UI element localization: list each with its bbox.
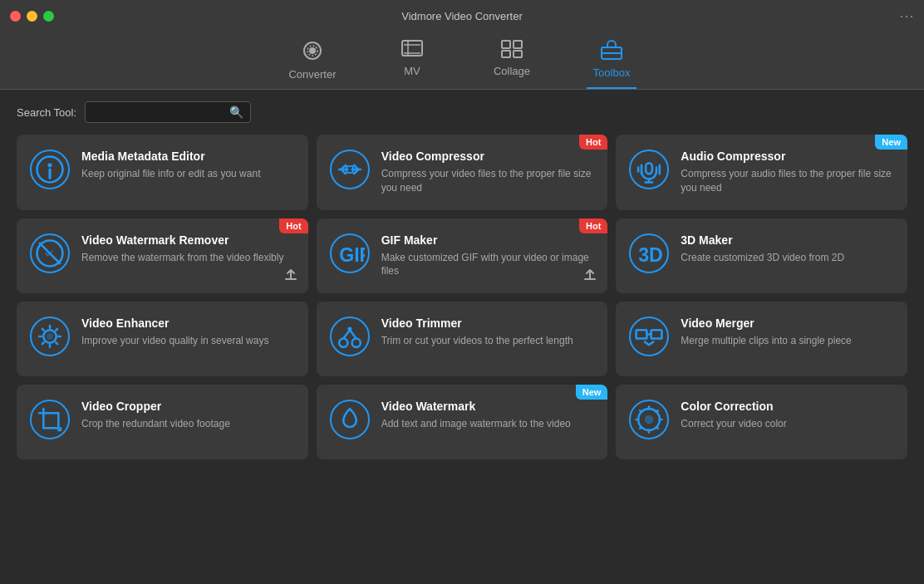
svg-rect-35 [651, 330, 662, 338]
tool-desc-color-correction: Correct your video color [681, 417, 894, 431]
tool-info-video-compressor: Video CompressorCompress your video file… [381, 150, 595, 195]
svg-text:3D: 3D [638, 244, 663, 266]
tool-desc-video-compressor: Compress your video files to the proper … [381, 167, 595, 195]
svg-text:GIF: GIF [339, 244, 365, 266]
tool-desc-video-enhancer: Improve your video quality in several wa… [81, 334, 295, 348]
converter-nav-icon [302, 40, 323, 65]
tool-icon-video-merger [629, 317, 669, 356]
tool-icon-gif-maker: GIF [330, 233, 370, 273]
badge-gif-maker: Hot [579, 218, 607, 233]
svg-rect-34 [636, 330, 647, 338]
tool-desc-video-merger: Merge multiple clips into a single piece [681, 334, 894, 348]
tool-desc-3d-maker: Create customized 3D video from 2D [681, 251, 894, 265]
tool-name-video-watermark-remover: Video Watermark Remover [81, 233, 295, 247]
tool-icon-video-compressor [330, 150, 370, 189]
toolbox-nav-icon [600, 40, 623, 63]
tool-card-video-enhancer[interactable]: Video EnhancerImprove your video quality… [17, 302, 308, 376]
tool-card-video-compressor[interactable]: Hot Video CompressorCompress your video … [317, 135, 608, 210]
tool-card-color-correction[interactable]: Color CorrectionCorrect your video color [616, 385, 907, 459]
svg-line-48 [656, 410, 658, 412]
tool-card-video-trimmer[interactable]: Video TrimmerTrim or cut your videos to … [317, 302, 608, 376]
tool-desc-audio-compressor: Compress your audio files to the proper … [681, 167, 894, 195]
tool-desc-video-watermark: Add text and image watermark to the vide… [381, 417, 595, 431]
tool-info-color-correction: Color CorrectionCorrect your video color [681, 400, 894, 431]
tool-info-3d-maker: 3D MakerCreate customized 3D video from … [681, 233, 894, 265]
upload-arrow-gif-maker [582, 267, 597, 285]
nav-item-mv[interactable]: MV [387, 40, 437, 89]
tool-info-audio-compressor: Audio CompressorCompress your audio file… [681, 150, 894, 195]
tool-name-video-trimmer: Video Trimmer [381, 317, 595, 330]
collage-nav-label: Collage [494, 65, 530, 77]
svg-rect-4 [502, 41, 510, 48]
tool-info-video-merger: Video MergerMerge multiple clips into a … [681, 317, 894, 348]
svg-point-50 [645, 415, 653, 424]
search-input-wrap: 🔍 [85, 101, 251, 123]
tool-info-video-cropper: Video CropperCrop the redundant video fo… [81, 400, 295, 431]
tool-icon-video-watermark [330, 400, 370, 439]
tool-card-3d-maker[interactable]: 3D3D MakerCreate customized 3D video fro… [616, 218, 907, 294]
tool-info-video-trimmer: Video TrimmerTrim or cut your videos to … [381, 317, 595, 348]
tool-info-gif-maker: GIF MakerMake customized GIF with your v… [381, 233, 595, 279]
search-input[interactable] [92, 106, 229, 119]
nav-item-toolbox[interactable]: Toolbox [587, 40, 636, 89]
tool-card-video-cropper[interactable]: Video CropperCrop the redundant video fo… [17, 385, 308, 459]
tool-info-video-watermark: Video WatermarkAdd text and image waterm… [381, 400, 595, 431]
tool-name-color-correction: Color Correction [681, 400, 894, 413]
tool-name-video-compressor: Video Compressor [381, 150, 595, 163]
tool-desc-gif-maker: Make customized GIF with your video or i… [381, 251, 595, 279]
converter-nav-label: Converter [288, 68, 336, 81]
nav-item-converter[interactable]: Converter [288, 40, 337, 89]
tool-desc-video-watermark-remover: Remove the watermark from the video flex… [81, 251, 295, 265]
tool-icon-video-watermark-remover [30, 233, 70, 273]
tool-card-video-watermark-remover[interactable]: Hot Video Watermark RemoverRemove the wa… [17, 218, 308, 294]
svg-line-47 [656, 427, 658, 429]
tool-name-video-watermark: Video Watermark [381, 400, 595, 413]
tool-name-video-cropper: Video Cropper [81, 400, 295, 413]
svg-point-10 [47, 163, 52, 167]
tool-info-video-watermark-remover: Video Watermark RemoverRemove the waterm… [81, 233, 295, 265]
badge-video-compressor: Hot [579, 135, 607, 150]
minimize-button[interactable] [27, 11, 37, 22]
svg-point-1 [309, 47, 316, 54]
tool-card-video-watermark[interactable]: New Video WatermarkAdd text and image wa… [317, 385, 608, 459]
tool-name-video-merger: Video Merger [681, 317, 894, 330]
tool-info-media-metadata-editor: Media Metadata EditorKeep original file … [81, 150, 295, 181]
svg-rect-7 [514, 51, 522, 57]
tool-icon-color-correction [629, 400, 669, 439]
tool-card-media-metadata-editor[interactable]: Media Metadata EditorKeep original file … [17, 135, 308, 210]
toolbox-nav-label: Toolbox [593, 66, 631, 79]
tools-grid: Media Metadata EditorKeep original file … [0, 135, 924, 476]
svg-point-33 [347, 327, 351, 331]
tool-icon-3d-maker: 3D [629, 233, 669, 273]
tool-card-audio-compressor[interactable]: New Audio CompressorCompress your audio … [616, 135, 907, 210]
tool-desc-video-trimmer: Trim or cut your videos to the perfect l… [381, 334, 595, 348]
svg-rect-6 [502, 51, 510, 57]
tool-icon-audio-compressor [629, 150, 669, 189]
menu-dots-icon[interactable]: ⋯ [899, 7, 914, 25]
search-icon[interactable]: 🔍 [229, 106, 243, 119]
tool-icon-video-cropper [30, 400, 70, 439]
svg-line-31 [343, 330, 350, 338]
svg-rect-5 [514, 41, 522, 48]
tool-info-video-enhancer: Video EnhancerImprove your video quality… [81, 317, 295, 348]
app-title: Vidmore Video Converter [401, 10, 523, 22]
search-label: Search Tool: [17, 106, 76, 119]
svg-line-49 [641, 427, 642, 429]
svg-line-32 [350, 330, 356, 338]
mv-nav-icon [401, 40, 423, 61]
collage-nav-icon [501, 40, 523, 61]
close-button[interactable] [10, 11, 21, 22]
tool-card-video-merger[interactable]: Video MergerMerge multiple clips into a … [616, 302, 907, 376]
tool-name-audio-compressor: Audio Compressor [681, 150, 894, 163]
maximize-button[interactable] [43, 11, 54, 22]
tool-icon-video-trimmer [330, 317, 370, 356]
svg-point-28 [47, 333, 53, 340]
titlebar: Vidmore Video Converter ⋯ [0, 0, 924, 32]
tool-card-gif-maker[interactable]: HotGIFGIF MakerMake customized GIF with … [317, 218, 608, 294]
tool-icon-video-enhancer [30, 317, 70, 356]
tool-name-video-enhancer: Video Enhancer [81, 317, 295, 330]
tool-name-gif-maker: GIF Maker [381, 233, 595, 247]
tool-icon-media-metadata-editor [30, 150, 70, 189]
svg-rect-36 [43, 413, 58, 428]
nav-item-collage[interactable]: Collage [487, 40, 537, 89]
